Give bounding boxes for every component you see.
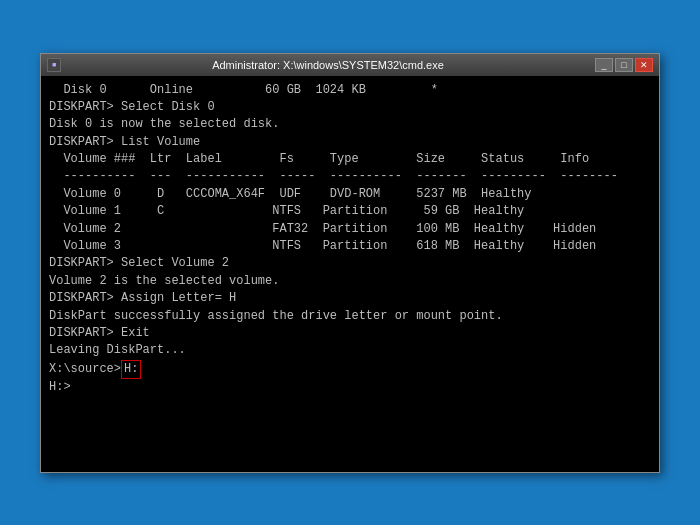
terminal-line: DISKPART> Exit <box>49 325 651 342</box>
close-button[interactable]: ✕ <box>635 58 653 72</box>
terminal-line: Volume ### Ltr Label Fs Type Size Status… <box>49 151 651 168</box>
terminal-output[interactable]: Disk 0 Online 60 GB 1024 KB *DISKPART> S… <box>41 76 659 472</box>
terminal-line: Volume 3 NTFS Partition 618 MB Healthy H… <box>49 238 651 255</box>
prompt-text: X:\source> <box>49 362 121 376</box>
cmd-input[interactable]: H: <box>121 360 141 379</box>
terminal-line: Disk 0 is now the selected disk. <box>49 116 651 133</box>
terminal-line: DISKPART> Select Disk 0 <box>49 99 651 116</box>
cmd-window: ■ Administrator: X:\windows\SYSTEM32\cmd… <box>40 53 660 473</box>
terminal-line: Volume 0 D CCCOMA_X64F UDF DVD-ROM 5237 … <box>49 186 651 203</box>
minimize-button[interactable]: _ <box>595 58 613 72</box>
maximize-button[interactable]: □ <box>615 58 633 72</box>
terminal-line: DISKPART> List Volume <box>49 134 651 151</box>
terminal-line: Disk 0 Online 60 GB 1024 KB * <box>49 82 651 99</box>
terminal-line: Volume 2 is the selected volume. <box>49 273 651 290</box>
terminal-line: Volume 1 C NTFS Partition 59 GB Healthy <box>49 203 651 220</box>
prompt-line: X:\source>H: <box>49 360 651 379</box>
terminal-line: DiskPart successfully assigned the drive… <box>49 308 651 325</box>
terminal-line: Leaving DiskPart... <box>49 342 651 359</box>
window-title: Administrator: X:\windows\SYSTEM32\cmd.e… <box>65 59 591 71</box>
terminal-line: DISKPART> Select Volume 2 <box>49 255 651 272</box>
last-prompt-line: H:> <box>49 379 651 396</box>
terminal-line: DISKPART> Assign Letter= H <box>49 290 651 307</box>
window-icon: ■ <box>47 58 61 72</box>
terminal-line: Volume 2 FAT32 Partition 100 MB Healthy … <box>49 221 651 238</box>
window-controls: _ □ ✕ <box>595 58 653 72</box>
terminal-line: ---------- --- ----------- ----- -------… <box>49 168 651 185</box>
title-bar: ■ Administrator: X:\windows\SYSTEM32\cmd… <box>41 54 659 76</box>
